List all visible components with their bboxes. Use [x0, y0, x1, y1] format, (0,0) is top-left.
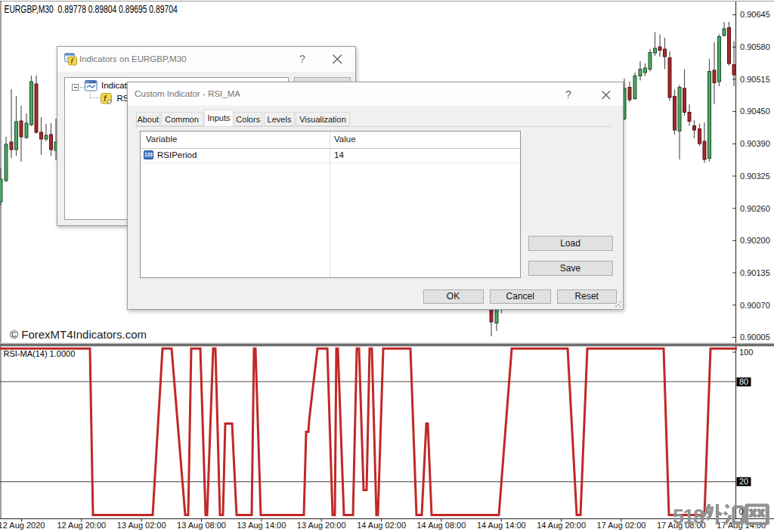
svg-text:518: 518 — [673, 506, 704, 528]
svg-text:14 Aug 02:00: 14 Aug 02:00 — [357, 521, 406, 530]
svg-text:80: 80 — [739, 377, 748, 386]
svg-text:EURGBP,M30 0.89778 0.89804 0.: EURGBP,M30 0.89778 0.89804 0.89695 0.897… — [5, 4, 178, 16]
svg-text:0: 0 — [739, 507, 744, 516]
svg-text:13 Aug 20:00: 13 Aug 20:00 — [297, 521, 346, 530]
svg-text:100: 100 — [739, 348, 753, 357]
svg-text:0.90450: 0.90450 — [740, 107, 770, 116]
svg-text:12 Aug 2020: 12 Aug 2020 — [0, 521, 45, 530]
svg-text:0.90005: 0.90005 — [740, 332, 770, 342]
svg-text:13 Aug 14:00: 13 Aug 14:00 — [237, 521, 286, 530]
svg-text:0.90070: 0.90070 — [740, 301, 770, 310]
svg-text:0.90645: 0.90645 — [740, 10, 770, 19]
svg-text:14 Aug 14:00: 14 Aug 14:00 — [477, 521, 526, 530]
svg-text:13 Aug 08:00: 13 Aug 08:00 — [177, 521, 226, 530]
svg-text:0.90515: 0.90515 — [740, 75, 770, 84]
svg-text:12 Aug 20:00: 12 Aug 20:00 — [57, 521, 106, 530]
svg-text:20: 20 — [739, 477, 748, 486]
svg-text:© ForexMT4Indicators.com: © ForexMT4Indicators.com — [10, 328, 147, 341]
svg-text:0.90390: 0.90390 — [740, 139, 770, 148]
svg-text:RSI-MA(14) 1.0000: RSI-MA(14) 1.0000 — [4, 349, 76, 358]
svg-text:0.90260: 0.90260 — [740, 204, 770, 213]
svg-text:13 Aug 02:00: 13 Aug 02:00 — [117, 521, 166, 530]
svg-text:0.90135: 0.90135 — [740, 268, 770, 277]
svg-text:14 Aug 20:00: 14 Aug 20:00 — [537, 521, 586, 530]
svg-text:14 Aug 08:00: 14 Aug 08:00 — [416, 521, 466, 530]
svg-text:0.90580: 0.90580 — [740, 42, 770, 51]
svg-text:0.90200: 0.90200 — [740, 236, 770, 245]
svg-text:17 Aug 02:00: 17 Aug 02:00 — [597, 521, 646, 530]
svg-text:0.90325: 0.90325 — [740, 172, 770, 181]
